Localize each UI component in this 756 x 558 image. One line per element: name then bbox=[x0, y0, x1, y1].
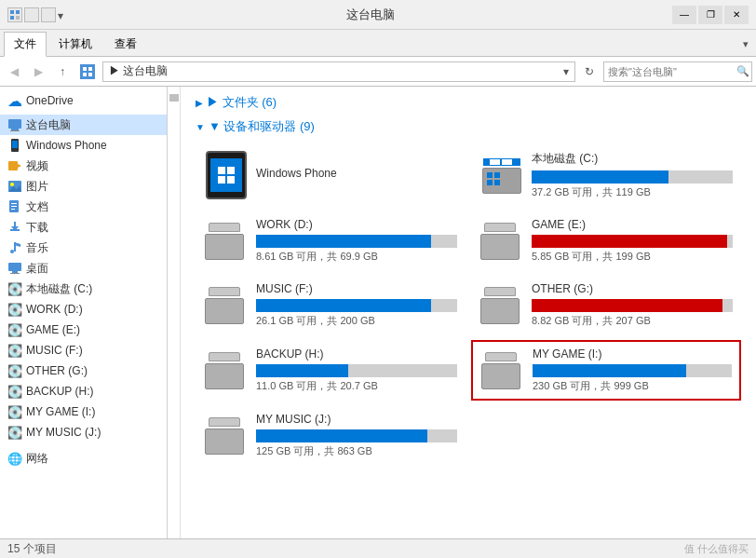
svg-rect-3 bbox=[16, 16, 20, 20]
svg-rect-40 bbox=[494, 180, 500, 185]
sidebar-item-local-c[interactable]: 💽 本地磁盘 (C:) bbox=[0, 279, 167, 299]
addressbar: ◀ ▶ ↑ ▶ 这台电脑 ▾ ↻ 🔍 bbox=[0, 57, 756, 87]
window-controls: — ❐ ✕ bbox=[672, 6, 749, 24]
drive-g-sidebar-icon: 💽 bbox=[7, 364, 22, 378]
toolbar-btn2[interactable] bbox=[41, 7, 56, 22]
svg-rect-21 bbox=[11, 209, 15, 210]
sidebar: ☁ OneDrive 这台电脑 Windows Phone 视频 bbox=[0, 87, 168, 538]
progress-bar-fill bbox=[532, 299, 722, 312]
drive-item-game-e[interactable]: GAME (E:) 5.85 GB 可用，共 199 GB bbox=[471, 211, 741, 270]
drive-item-mymusic-j[interactable]: MY MUSIC (J:) 125 GB 可用，共 863 GB bbox=[196, 406, 466, 465]
minimize-button[interactable]: — bbox=[672, 6, 696, 24]
drive-item-windows-phone[interactable]: Windows Phone bbox=[196, 144, 466, 206]
dropdown-arrow[interactable]: ▾ bbox=[58, 9, 69, 20]
tab-view[interactable]: 查看 bbox=[104, 32, 147, 56]
drive-info-local-c: 本地磁盘 (C:) 37.2 GB 可用，共 119 GB bbox=[532, 151, 733, 199]
drive-item-work-d[interactable]: WORK (D:) 8.61 GB 可用，共 69.9 GB bbox=[196, 211, 466, 270]
toolbar-btn1[interactable] bbox=[24, 7, 39, 22]
search-icon: 🔍 bbox=[736, 65, 749, 77]
disk-drive-icon bbox=[481, 352, 524, 389]
drive-name-work-d: WORK (D:) bbox=[256, 218, 457, 231]
tab-file[interactable]: 文件 bbox=[4, 32, 47, 57]
drive-info-game-e: GAME (E:) 5.85 GB 可用，共 199 GB bbox=[532, 218, 733, 264]
svg-rect-7 bbox=[88, 73, 92, 76]
close-button[interactable]: ✕ bbox=[724, 6, 749, 24]
sidebar-item-mygame-i[interactable]: 💽 MY GAME (I:) bbox=[0, 401, 167, 422]
statusbar: 15 个项目 值 什么值得买 bbox=[0, 538, 756, 558]
svg-rect-5 bbox=[88, 67, 92, 71]
sidebar-item-pictures[interactable]: 图片 bbox=[0, 176, 167, 197]
sidebar-item-documents[interactable]: 文档 bbox=[0, 197, 167, 217]
drive-name-game-e: GAME (E:) bbox=[532, 218, 733, 231]
svg-rect-20 bbox=[11, 206, 17, 207]
svg-rect-19 bbox=[11, 203, 17, 204]
drive-item-music-f[interactable]: MUSIC (F:) 26.1 GB 可用，共 200 GB bbox=[196, 276, 466, 334]
drive-item-mygame-i[interactable]: MY GAME (I:) 230 GB 可用，共 999 GB bbox=[471, 340, 741, 401]
drive-item-other-g[interactable]: OTHER (G:) 8.82 GB 可用，共 207 GB bbox=[471, 276, 741, 334]
restore-button[interactable]: ❐ bbox=[698, 6, 722, 24]
sidebar-item-work-d[interactable]: 💽 WORK (D:) bbox=[0, 299, 167, 320]
progress-bar-bg bbox=[532, 299, 733, 312]
sidebar-item-desktop[interactable]: 桌面 bbox=[0, 258, 167, 279]
refresh-button[interactable]: ↻ bbox=[579, 61, 600, 82]
drive-item-local-c[interactable]: 本地磁盘 (C:) 37.2 GB 可用，共 119 GB bbox=[471, 144, 741, 206]
drive-i-sidebar-icon: 💽 bbox=[7, 405, 22, 419]
titlebar: ▾ 这台电脑 — ❐ ✕ bbox=[0, 0, 756, 30]
sidebar-item-backup-h[interactable]: 💽 BACKUP (H:) bbox=[0, 381, 167, 401]
sidebar-item-thispc[interactable]: 这台电脑 bbox=[0, 115, 167, 135]
folders-arrow: ▶ bbox=[196, 98, 203, 108]
sidebar-item-mymusic-j[interactable]: 💽 MY MUSIC (J:) bbox=[0, 422, 167, 442]
sidebar-item-other-g[interactable]: 💽 OTHER (G:) bbox=[0, 361, 167, 381]
drive-grid: Windows Phone 本地磁盘 (C:) bbox=[196, 144, 741, 465]
svg-rect-8 bbox=[8, 119, 21, 129]
progress-bar-bg bbox=[256, 235, 457, 248]
disk-drive-icon bbox=[480, 223, 523, 260]
tab-computer[interactable]: 计算机 bbox=[48, 32, 102, 56]
ribbon-expand[interactable]: ▾ bbox=[743, 38, 749, 50]
content-with-scroll: ▶ ▶ 文件夹 (6) ▼ ▼ 设备和驱动器 (9) bbox=[168, 87, 756, 538]
disk-drive-icon bbox=[205, 223, 248, 260]
drive-meta: 5.85 GB 可用，共 199 GB bbox=[532, 250, 733, 264]
drive-name-mygame-i: MY GAME (I:) bbox=[533, 347, 732, 361]
music-icon bbox=[7, 240, 22, 255]
ribbon-tabs: 文件 计算机 查看 ▾ bbox=[0, 30, 756, 56]
sidebar-item-downloads[interactable]: 下载 bbox=[0, 217, 167, 238]
sidebar-item-windows-phone[interactable]: Windows Phone bbox=[0, 135, 167, 156]
progress-bar-fill bbox=[532, 170, 668, 184]
scroll-thumb[interactable] bbox=[169, 94, 179, 102]
onedrive-label: OneDrive bbox=[26, 94, 74, 107]
svg-rect-36 bbox=[502, 159, 512, 165]
phone-sidebar-icon bbox=[7, 138, 22, 153]
drive-info-mymusic-j: MY MUSIC (J:) 125 GB 可用，共 863 GB bbox=[256, 413, 457, 458]
sidebar-item-network[interactable]: 🌐 网络 bbox=[0, 448, 167, 469]
drive-meta: 8.61 GB 可用，共 69.9 GB bbox=[256, 250, 457, 264]
devices-section-header[interactable]: ▼ ▼ 设备和驱动器 (9) bbox=[196, 118, 741, 135]
svg-rect-6 bbox=[83, 73, 87, 76]
desktop-icon bbox=[7, 261, 22, 276]
sidebar-item-video[interactable]: 视频 bbox=[0, 156, 167, 176]
drive-meta: 125 GB 可用，共 863 GB bbox=[256, 444, 457, 458]
sidebar-item-music-f[interactable]: 💽 MUSIC (F:) bbox=[0, 340, 167, 361]
drive-item-backup-h[interactable]: BACKUP (H:) 11.0 GB 可用，共 20.7 GB bbox=[196, 340, 466, 401]
progress-bar-fill bbox=[533, 364, 686, 377]
disk-drive-icon bbox=[480, 287, 523, 324]
up-button[interactable]: ↑ bbox=[52, 61, 73, 82]
quick-access-icon bbox=[7, 7, 22, 22]
folders-section-header[interactable]: ▶ ▶ 文件夹 (6) bbox=[196, 94, 741, 111]
sidebar-item-game-e[interactable]: 💽 GAME (E:) bbox=[0, 320, 167, 340]
svg-rect-4 bbox=[83, 67, 87, 71]
sidebar-item-onedrive[interactable]: ☁ OneDrive bbox=[0, 90, 167, 111]
documents-icon bbox=[7, 199, 22, 214]
folders-label: ▶ 文件夹 (6) bbox=[207, 94, 277, 111]
svg-rect-35 bbox=[490, 159, 500, 165]
back-button[interactable]: ◀ bbox=[4, 61, 24, 82]
svg-rect-28 bbox=[8, 263, 21, 271]
search-input[interactable] bbox=[608, 66, 736, 77]
sidebar-item-music[interactable]: 音乐 bbox=[0, 238, 167, 258]
forward-button[interactable]: ▶ bbox=[28, 61, 48, 82]
progress-bar-bg bbox=[256, 364, 457, 377]
scroll-area bbox=[168, 87, 181, 538]
svg-point-25 bbox=[10, 250, 14, 253]
address-path[interactable]: ▶ 这台电脑 ▾ bbox=[102, 61, 575, 82]
progress-bar-fill bbox=[256, 364, 348, 377]
